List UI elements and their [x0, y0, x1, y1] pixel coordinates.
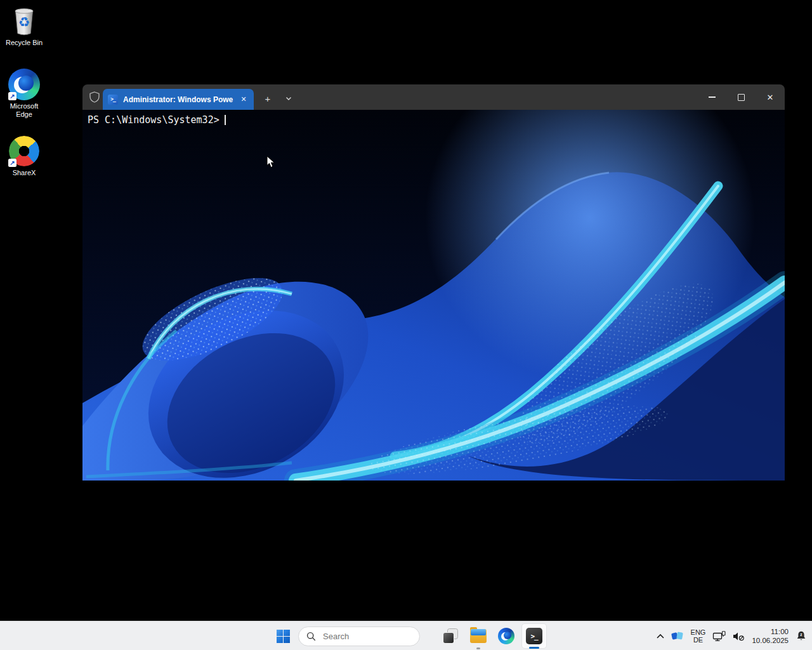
- taskbar-terminal-button[interactable]: >_: [521, 623, 547, 649]
- taskbar-app-group: >_: [270, 621, 547, 650]
- new-tab-button[interactable]: +: [258, 89, 277, 108]
- tray-app-icon: [672, 631, 684, 641]
- taskbar-file-explorer-button[interactable]: [466, 623, 491, 649]
- sharex-icon: ↗: [8, 135, 40, 167]
- taskbar-edge-button[interactable]: [494, 623, 519, 649]
- maximize-button[interactable]: [726, 84, 756, 110]
- clock-time: 11:00: [752, 627, 789, 636]
- volume-muted-icon: [733, 632, 745, 641]
- terminal-window: >_ Administrator: Windows Powe ✕ + ✕: [82, 84, 785, 481]
- language-line1: ENG: [691, 628, 706, 636]
- chevron-up-icon: [656, 633, 665, 640]
- close-icon: ✕: [767, 93, 774, 102]
- window-controls: ✕: [697, 84, 785, 110]
- language-indicator[interactable]: ENG DE: [691, 628, 706, 644]
- shortcut-arrow-icon: ↗: [8, 92, 16, 100]
- terminal-content[interactable]: PS C:\Windows\System32>: [82, 110, 785, 481]
- edge-icon: [498, 628, 514, 644]
- terminal-titlebar[interactable]: >_ Administrator: Windows Powe ✕ + ✕: [82, 84, 785, 110]
- chevron-down-icon: [285, 95, 292, 102]
- start-button[interactable]: [270, 623, 296, 649]
- windows-logo-icon: [277, 630, 290, 643]
- active-window-indicator: [529, 647, 539, 649]
- search-input[interactable]: [322, 631, 407, 642]
- desktop-icon-label: Recycle Bin: [3, 39, 45, 47]
- desktop-icon-microsoft-edge[interactable]: ↗ Microsoft Edge: [3, 69, 45, 119]
- shortcut-arrow-icon: ↗: [8, 159, 16, 167]
- tab-dropdown-button[interactable]: [279, 89, 298, 108]
- terminal-prompt-line[interactable]: PS C:\Windows\System32>: [88, 114, 226, 126]
- tab-title: Administrator: Windows Powe: [123, 95, 239, 104]
- taskbar: >_ ENG DE: [0, 621, 812, 650]
- search-icon: [306, 632, 316, 641]
- mouse-cursor: [266, 156, 275, 168]
- close-button[interactable]: ✕: [756, 84, 785, 110]
- tray-app-button[interactable]: [672, 631, 684, 641]
- clock-date: 10.06.2025: [752, 636, 789, 645]
- notification-button[interactable]: z: [796, 630, 807, 642]
- system-tray: ENG DE 11:00 10.06.2025: [656, 621, 807, 650]
- edge-icon: ↗: [8, 69, 40, 100]
- bloom-wallpaper: [82, 110, 785, 481]
- file-explorer-icon: [470, 629, 487, 643]
- terminal-prompt: PS C:\Windows\System32>: [88, 114, 219, 126]
- search-box[interactable]: [298, 627, 420, 646]
- task-view-icon: [443, 628, 458, 644]
- desktop-icon-label: ShareX: [3, 169, 45, 177]
- recycle-bin-icon: ♻: [8, 5, 40, 37]
- clock[interactable]: 11:00 10.06.2025: [752, 627, 789, 645]
- tab-close-icon[interactable]: ✕: [239, 95, 249, 103]
- network-button[interactable]: [712, 631, 726, 642]
- language-line2: DE: [691, 636, 706, 644]
- tray-overflow-button[interactable]: [656, 633, 665, 640]
- do-not-disturb-bell-icon: z: [796, 630, 807, 642]
- desktop-icon-label: Microsoft Edge: [3, 102, 45, 119]
- desktop-icon-sharex[interactable]: ↗ ShareX: [3, 135, 45, 177]
- svg-text:♻: ♻: [18, 15, 30, 30]
- windows-desktop: { "colors": { "accent_tab": "#2167bd", "…: [0, 0, 812, 650]
- desktop-icon-recycle-bin[interactable]: ♻ Recycle Bin: [3, 5, 45, 47]
- powershell-icon: >_: [108, 95, 118, 105]
- minimize-icon: [709, 96, 716, 98]
- minimize-button[interactable]: [697, 84, 726, 110]
- taskbar-task-view-button[interactable]: [438, 623, 463, 649]
- terminal-icon: >_: [526, 628, 542, 644]
- running-indicator: [476, 647, 480, 649]
- network-icon: [712, 631, 726, 642]
- tab-powershell[interactable]: >_ Administrator: Windows Powe ✕: [103, 89, 254, 110]
- terminal-caret: [225, 115, 226, 125]
- volume-button[interactable]: [733, 632, 745, 641]
- admin-shield-icon: [88, 91, 101, 103]
- maximize-icon: [738, 94, 745, 101]
